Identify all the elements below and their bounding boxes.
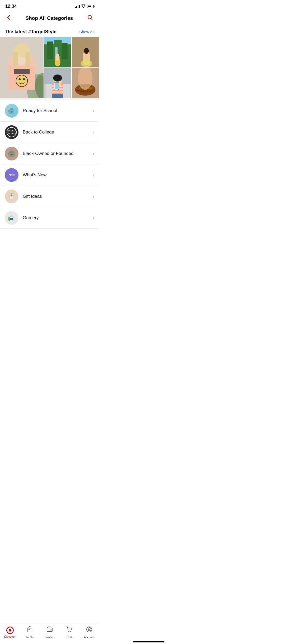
category-item-new[interactable]: New What's New ›	[0, 164, 99, 186]
chevron-icon-school: ›	[93, 108, 94, 114]
svg-point-68	[8, 217, 10, 219]
category-item-school[interactable]: Ready for School ›	[0, 100, 99, 122]
category-name-grocery: Grocery	[23, 215, 93, 220]
category-item-college[interactable]: COLLEGECOLLEGE Back to College ›	[0, 122, 99, 143]
new-badge-text: New	[9, 173, 15, 177]
svg-point-58	[12, 154, 13, 155]
svg-point-63	[11, 193, 13, 195]
svg-rect-62	[11, 194, 12, 196]
chevron-icon-college: ›	[93, 130, 94, 135]
photo-2[interactable]	[44, 37, 71, 67]
status-icons	[75, 4, 94, 8]
svg-point-11	[16, 75, 27, 87]
wifi-icon	[81, 4, 86, 8]
svg-rect-9	[25, 52, 30, 66]
style-section-header: The latest #TargetStyle Show all	[0, 26, 99, 37]
svg-point-29	[84, 48, 89, 54]
category-name-new: What's New	[23, 172, 93, 178]
signal-icon	[75, 4, 80, 8]
chevron-icon-gift: ›	[93, 194, 94, 199]
svg-rect-61	[10, 196, 13, 199]
svg-rect-41	[55, 83, 58, 89]
category-name-gift: Gift Ideas	[23, 194, 93, 199]
category-icon-college: COLLEGECOLLEGE	[5, 125, 18, 139]
svg-point-23	[56, 53, 59, 57]
category-icon-grocery	[5, 211, 18, 225]
back-button[interactable]	[5, 13, 13, 23]
category-name-school: Ready for School	[23, 108, 93, 113]
photo-3[interactable]	[72, 37, 99, 67]
category-icon-new: New	[5, 168, 18, 182]
show-all-button[interactable]: Show all	[79, 30, 94, 34]
svg-rect-17	[47, 42, 53, 59]
svg-rect-51	[10, 108, 13, 110]
svg-rect-52	[11, 111, 13, 113]
section-divider	[0, 98, 99, 100]
category-list: Ready for School › COLLEGECOLLEGE Back t…	[0, 100, 99, 229]
photo-5[interactable]	[72, 68, 99, 98]
svg-rect-19	[62, 43, 67, 59]
chevron-icon-black-owned: ›	[93, 151, 94, 157]
svg-rect-8	[13, 52, 18, 66]
search-button[interactable]	[86, 13, 94, 23]
svg-rect-36	[52, 91, 63, 93]
svg-point-39	[53, 75, 62, 82]
status-time: 12:34	[5, 4, 17, 9]
category-icon-school	[5, 104, 18, 118]
svg-rect-37	[52, 94, 63, 98]
svg-rect-54	[8, 110, 9, 112]
category-name-college: Back to College	[23, 130, 93, 135]
category-item-gift[interactable]: Gift Ideas ›	[0, 186, 99, 207]
svg-rect-10	[14, 69, 30, 74]
svg-point-13	[23, 78, 25, 80]
category-item-black-owned[interactable]: Black-Owned or Founded ›	[0, 143, 99, 164]
chevron-icon-new: ›	[93, 172, 94, 178]
top-nav: Shop All Categories	[0, 11, 99, 26]
style-section-title: The latest #TargetStyle	[5, 29, 56, 35]
svg-marker-65	[10, 215, 13, 217]
category-icon-gift	[5, 190, 18, 203]
category-name-black-owned: Black-Owned or Founded	[23, 151, 93, 156]
svg-rect-66	[10, 218, 13, 220]
category-item-grocery[interactable]: Grocery ›	[0, 207, 99, 229]
chevron-icon-grocery: ›	[93, 215, 94, 221]
category-icon-black-owned	[5, 147, 18, 160]
photo-1[interactable]	[0, 37, 44, 98]
page-title: Shop All Categories	[26, 15, 73, 21]
battery-icon	[87, 5, 94, 8]
photo-4[interactable]	[44, 68, 71, 98]
college-icon-text: COLLEGECOLLEGE	[7, 130, 17, 135]
svg-point-12	[18, 78, 21, 80]
status-bar: 12:34	[0, 0, 99, 11]
style-photo-grid	[0, 37, 99, 98]
